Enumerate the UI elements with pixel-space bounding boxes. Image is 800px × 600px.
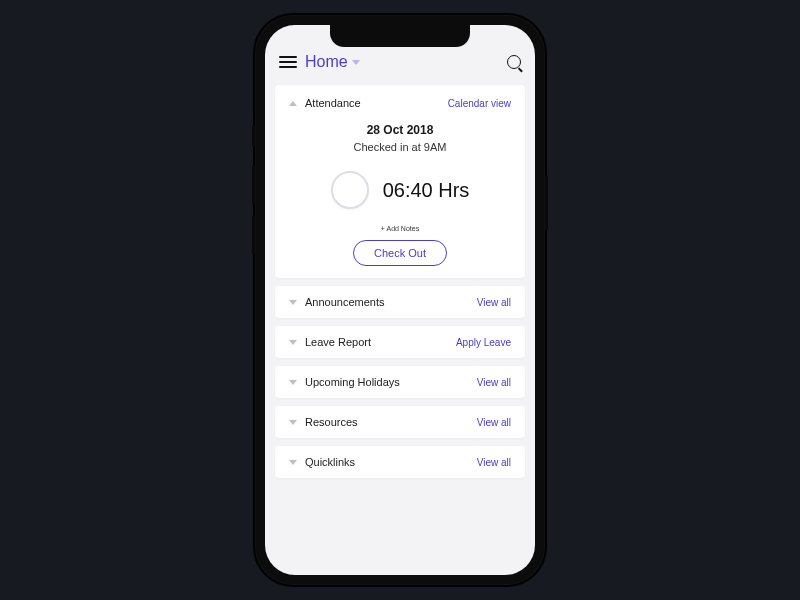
phone-frame: Home Attendance Calendar view 28 Oct 201… <box>255 15 545 585</box>
announcements-action[interactable]: View all <box>477 297 511 308</box>
check-out-button[interactable]: Check Out <box>353 240 447 266</box>
content: Attendance Calendar view 28 Oct 2018 Che… <box>265 79 535 496</box>
quicklinks-action[interactable]: View all <box>477 457 511 468</box>
upcoming-holidays-label: Upcoming Holidays <box>305 376 400 388</box>
chevron-down-icon <box>289 300 297 305</box>
screen: Home Attendance Calendar view 28 Oct 201… <box>265 25 535 575</box>
add-notes-link[interactable]: + Add Notes <box>289 225 511 232</box>
side-button <box>545 175 548 230</box>
leave-report-row[interactable]: Leave Report Apply Leave <box>275 326 525 358</box>
attendance-header: Attendance Calendar view <box>289 97 511 109</box>
chevron-down-icon <box>289 380 297 385</box>
upcoming-holidays-row[interactable]: Upcoming Holidays View all <box>275 366 525 398</box>
apply-leave-action[interactable]: Apply Leave <box>456 337 511 348</box>
attendance-card: Attendance Calendar view 28 Oct 2018 Che… <box>275 85 525 278</box>
calendar-view-link[interactable]: Calendar view <box>448 98 511 109</box>
chevron-down-icon <box>289 420 297 425</box>
resources-label: Resources <box>305 416 358 428</box>
chevron-down-icon <box>289 340 297 345</box>
resources-action[interactable]: View all <box>477 417 511 428</box>
announcements-label: Announcements <box>305 296 385 308</box>
quicklinks-row[interactable]: Quicklinks View all <box>275 446 525 478</box>
attendance-date: 28 Oct 2018 <box>289 123 511 137</box>
progress-ring <box>331 171 369 209</box>
page-title[interactable]: Home <box>305 53 360 71</box>
page-title-text: Home <box>305 53 348 71</box>
resources-row[interactable]: Resources View all <box>275 406 525 438</box>
elapsed-time: 06:40 Hrs <box>383 179 470 202</box>
quicklinks-label: Quicklinks <box>305 456 355 468</box>
side-button <box>252 125 255 147</box>
side-button <box>252 165 255 205</box>
notch <box>330 25 470 47</box>
holidays-action[interactable]: View all <box>477 377 511 388</box>
search-icon[interactable] <box>507 55 521 69</box>
attendance-label: Attendance <box>305 97 361 109</box>
side-button <box>252 215 255 255</box>
chevron-down-icon <box>352 60 360 65</box>
announcements-row[interactable]: Announcements View all <box>275 286 525 318</box>
leave-report-label: Leave Report <box>305 336 371 348</box>
timer-row: 06:40 Hrs <box>289 171 511 209</box>
chevron-up-icon[interactable] <box>289 101 297 106</box>
chevron-down-icon <box>289 460 297 465</box>
attendance-status: Checked in at 9AM <box>289 141 511 153</box>
menu-icon[interactable] <box>279 56 297 68</box>
